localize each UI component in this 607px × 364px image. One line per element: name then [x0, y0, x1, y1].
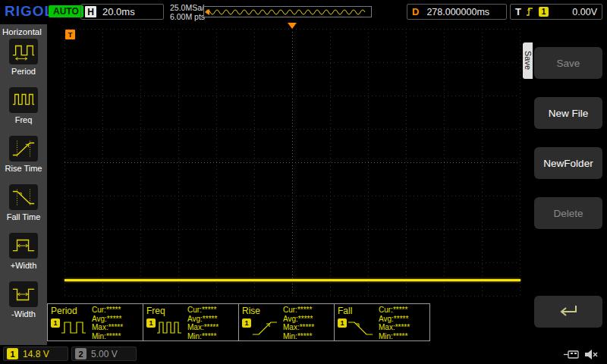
horizontal-icon: H [85, 6, 96, 17]
sidebar-item-label: Period [11, 67, 36, 76]
trigger-label: T [515, 6, 521, 17]
trigger-time-marker: T [65, 30, 75, 39]
new-folder-button[interactable]: NewFolder [534, 147, 602, 179]
trigger-level-value: 0.00V [572, 7, 597, 17]
channel-2-badge: 2 [75, 348, 86, 359]
trigger-position-marker[interactable] [288, 23, 297, 29]
measurement-values: Cur:***** Avg:***** Max:***** Min:***** [283, 306, 314, 340]
period-icon [61, 318, 86, 341]
grid-lines [64, 29, 521, 297]
graticule: T [64, 29, 521, 297]
sidebar-title: Horizontal [0, 24, 47, 39]
channel-badge: 1 [146, 318, 156, 328]
neg-width-icon [9, 281, 38, 307]
rigol-logo: RIGOL [5, 3, 54, 20]
measurement-period: Period 1 Cur:***** Avg:***** Max:***** M… [47, 303, 143, 341]
sidebar-item-fall-time[interactable]: Fall Time [0, 184, 47, 233]
fall-icon [348, 318, 373, 341]
measurement-name: Rise [242, 306, 260, 316]
measurement-name: Period [51, 306, 77, 316]
save-button[interactable]: Save [534, 47, 602, 79]
acquisition-status-badge: AUTO [49, 5, 83, 17]
rise-icon [252, 318, 278, 341]
period-icon [9, 39, 38, 64]
measurement-results-row: Period 1 Cur:***** Avg:***** Max:***** M… [47, 303, 430, 341]
memory-depth: 6.00M pts [170, 12, 208, 21]
rise-time-icon [9, 136, 38, 162]
measurement-values: Cur:***** Avg:***** Max:***** Min:***** [187, 306, 219, 340]
delay-readout: D 278.000000ms [407, 4, 507, 20]
channel-2-indicator[interactable]: 2 5.00 V [71, 347, 137, 361]
channel-badge: 1 [51, 318, 60, 328]
new-file-button[interactable]: New File [534, 97, 602, 129]
measurement-freq: Freq 1 Cur:***** Avg:***** Max:***** Min… [143, 303, 239, 341]
sidebar-item-freq[interactable]: Freq [0, 87, 47, 136]
sidebar-item-label: Fall Time [7, 212, 41, 221]
measurement-values: Cur:***** Avg:***** Max:***** Min:***** [379, 306, 410, 340]
pos-width-icon [9, 233, 38, 259]
waveform-memory-preview [203, 6, 372, 17]
channel-2-scale: 5.00 V [91, 349, 118, 359]
bottom-status-bar: 1 14.8 V 2 5.00 V [0, 345, 607, 364]
sidebar-item-label: -Width [11, 309, 36, 318]
channel-1-badge: 1 [7, 348, 18, 359]
measurement-name: Freq [146, 306, 165, 316]
measurement-fall: Fall 1 Cur:***** Avg:***** Max:***** Min… [334, 303, 430, 341]
sample-rate: 25.0MSa/s [170, 3, 208, 12]
freq-icon [156, 318, 182, 341]
measurement-name: Fall [338, 306, 352, 316]
sidebar-item-neg-width[interactable]: -Width [0, 281, 47, 330]
return-arrow-icon [553, 303, 583, 321]
preview-window-marker [205, 9, 209, 15]
measurement-values: Cur:***** Avg:***** Max:***** Min:***** [92, 306, 123, 340]
delay-value: 278.000000ms [426, 7, 489, 17]
sidebar-item-pos-width[interactable]: +Width [0, 233, 47, 281]
trigger-source-badge: 1 [539, 7, 549, 17]
channel1-trace [64, 279, 521, 281]
preview-waveform [204, 7, 371, 17]
delete-button[interactable]: Delete [534, 197, 602, 229]
top-status-bar: RIGOL AUTO H 20.0ms 25.0MSa/s 6.00M pts … [0, 0, 607, 24]
sidebar-item-label: Rise Time [5, 164, 42, 173]
sidebar-item-period[interactable]: Period [0, 39, 47, 87]
sidebar-item-label: +Width [11, 261, 37, 270]
trigger-edge-icon [526, 7, 534, 17]
trigger-readout: T 1 0.00V [510, 4, 602, 20]
freq-icon [9, 87, 38, 113]
back-button[interactable] [534, 296, 602, 328]
channel-badge: 1 [338, 318, 347, 328]
menu-tab-save: Save [523, 42, 533, 79]
usb-icon [563, 349, 580, 362]
fall-time-icon [9, 184, 38, 210]
delay-icon: D [412, 6, 419, 17]
horizontal-timebase-readout: H 20.0ms [80, 4, 164, 20]
sample-rate-readout: 25.0MSa/s 6.00M pts [170, 3, 208, 21]
channel-1-scale: 14.8 V [23, 349, 49, 359]
measure-sidebar: Horizontal Period Freq [0, 24, 47, 345]
speaker-mute-icon [584, 349, 599, 363]
timebase-value: 20.0ms [102, 6, 135, 17]
channel-1-indicator[interactable]: 1 14.8 V [3, 347, 68, 361]
channel-badge: 1 [242, 318, 251, 328]
measurement-rise: Rise 1 Cur:***** Avg:***** Max:***** Min… [238, 303, 335, 341]
sidebar-item-label: Freq [15, 115, 33, 124]
sidebar-item-rise-time[interactable]: Rise Time [0, 136, 47, 184]
